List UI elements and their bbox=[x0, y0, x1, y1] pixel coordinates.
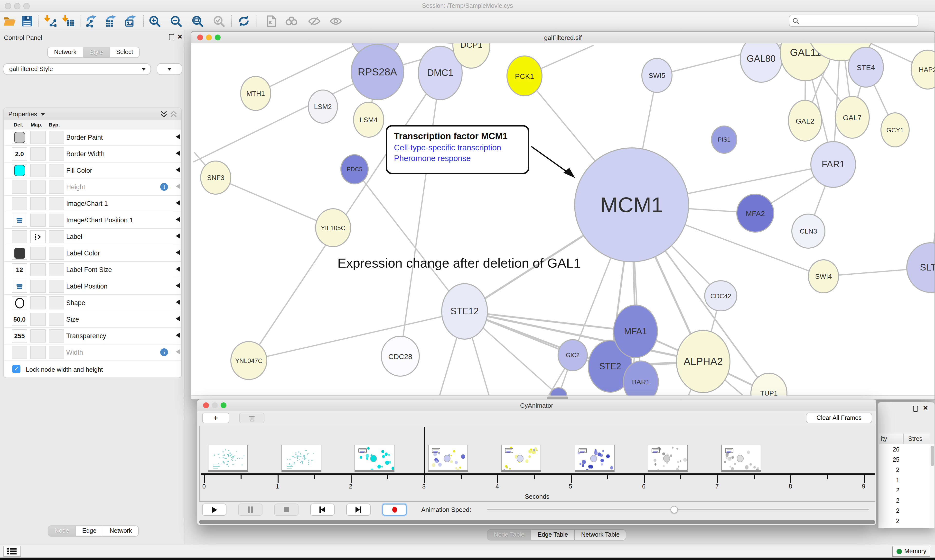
zoom-in-icon[interactable] bbox=[148, 15, 161, 28]
map-cell[interactable] bbox=[30, 280, 46, 293]
delete-frame-button[interactable] bbox=[239, 412, 264, 423]
expand-left-icon[interactable] bbox=[176, 234, 180, 238]
table-cell[interactable]: 26 bbox=[880, 446, 900, 453]
table-cell[interactable]: 1 bbox=[880, 477, 900, 484]
collapse-all-icon[interactable] bbox=[170, 111, 177, 118]
table-cell[interactable]: 2 bbox=[880, 497, 900, 504]
map-cell[interactable] bbox=[30, 230, 46, 243]
expand-left-icon[interactable] bbox=[176, 300, 180, 305]
property-row-transparency[interactable]: 255Transparency bbox=[5, 328, 181, 345]
refresh-icon[interactable] bbox=[237, 15, 250, 28]
expand-left-icon[interactable] bbox=[176, 349, 180, 354]
property-row-fill-color[interactable]: Fill Color bbox=[5, 163, 181, 179]
expand-left-icon[interactable] bbox=[176, 267, 180, 271]
info-icon[interactable]: i bbox=[160, 183, 168, 191]
slider-knob[interactable] bbox=[671, 506, 678, 513]
float-panel-icon[interactable] bbox=[913, 406, 918, 412]
expand-all-icon[interactable] bbox=[160, 111, 168, 118]
table-tab-edge-table[interactable]: Edge Table bbox=[531, 529, 575, 540]
def-cell[interactable] bbox=[12, 214, 27, 227]
expand-left-icon[interactable] bbox=[176, 200, 180, 205]
record-button[interactable] bbox=[382, 503, 407, 516]
stop-button[interactable] bbox=[274, 503, 299, 516]
byp-cell[interactable] bbox=[49, 296, 64, 309]
table-cell[interactable]: 25 bbox=[880, 456, 900, 463]
panel-tab-node[interactable]: Node bbox=[48, 525, 76, 537]
property-row-image-chart-1[interactable]: Image/Chart 1 bbox=[5, 195, 181, 212]
expand-left-icon[interactable] bbox=[176, 333, 180, 338]
property-row-border-paint[interactable]: Border Paint bbox=[5, 129, 181, 146]
search-field[interactable] bbox=[789, 15, 918, 27]
show-all-icon[interactable] bbox=[329, 15, 343, 28]
byp-cell[interactable] bbox=[49, 329, 64, 343]
def-cell[interactable] bbox=[12, 296, 27, 309]
property-row-border-width[interactable]: 2.0Border Width bbox=[5, 146, 181, 163]
table-cell[interactable]: 2 bbox=[880, 508, 900, 514]
zoom-selected-icon[interactable] bbox=[212, 15, 225, 28]
frame-thumbnail-2[interactable] bbox=[355, 445, 395, 472]
export-table-icon[interactable] bbox=[104, 15, 117, 28]
def-cell[interactable] bbox=[12, 131, 27, 144]
export-image-icon[interactable] bbox=[124, 15, 137, 28]
zoom-out-icon[interactable] bbox=[170, 15, 183, 28]
map-cell[interactable] bbox=[30, 296, 46, 309]
map-cell[interactable] bbox=[30, 197, 46, 210]
byp-cell[interactable] bbox=[49, 214, 64, 227]
open-folder-icon[interactable] bbox=[3, 15, 16, 28]
animation-speed-slider[interactable] bbox=[487, 509, 869, 510]
task-history-button[interactable] bbox=[3, 546, 21, 557]
search-input[interactable] bbox=[802, 15, 915, 26]
import-network-icon[interactable] bbox=[43, 15, 57, 28]
tab-network[interactable]: Network bbox=[47, 47, 83, 58]
property-row-label-font-size[interactable]: 12Label Font Size bbox=[5, 262, 181, 278]
def-cell[interactable] bbox=[12, 197, 27, 210]
lock-checkbox[interactable]: ✓ bbox=[12, 365, 20, 373]
map-cell[interactable] bbox=[30, 131, 46, 144]
property-row-label-color[interactable]: Label Color bbox=[5, 245, 181, 262]
byp-cell[interactable] bbox=[49, 346, 64, 359]
map-cell[interactable] bbox=[30, 164, 46, 177]
table-vscrollbar[interactable] bbox=[930, 444, 935, 528]
snapshot-icon[interactable] bbox=[265, 15, 278, 28]
panel-tab-network[interactable]: Network bbox=[103, 525, 139, 537]
expand-left-icon[interactable] bbox=[176, 250, 180, 255]
def-cell[interactable] bbox=[12, 180, 27, 194]
cyanimator-hscrollbar[interactable] bbox=[199, 520, 875, 524]
close-panel-icon[interactable]: ✕ bbox=[177, 33, 183, 40]
property-row-shape[interactable]: Shape bbox=[5, 295, 181, 311]
cyanimator-timeline[interactable]: Seconds 0123456789 bbox=[199, 426, 875, 502]
frame-thumbnail-6[interactable] bbox=[648, 445, 688, 472]
skip-end-button[interactable] bbox=[346, 503, 370, 516]
table-column-headers[interactable]: ity Stres bbox=[879, 434, 930, 444]
map-cell[interactable] bbox=[30, 346, 46, 359]
first-neighbors-icon[interactable] bbox=[285, 15, 298, 28]
pause-button[interactable] bbox=[238, 503, 262, 516]
table-cell[interactable]: 2 bbox=[880, 518, 900, 525]
float-panel-icon[interactable] bbox=[169, 34, 174, 40]
def-cell[interactable]: 255 bbox=[12, 329, 27, 343]
expand-left-icon[interactable] bbox=[176, 283, 180, 288]
memory-button[interactable]: Memory bbox=[892, 546, 930, 557]
map-cell[interactable] bbox=[30, 247, 46, 260]
property-row-label-position[interactable]: Label Position bbox=[5, 278, 181, 295]
table-cell[interactable]: 2 bbox=[880, 487, 900, 494]
map-cell[interactable] bbox=[30, 313, 46, 326]
panel-tab-edge[interactable]: Edge bbox=[76, 525, 103, 537]
clear-all-frames-button[interactable]: Clear All Frames bbox=[806, 412, 872, 423]
frame-thumbnail-5[interactable] bbox=[574, 445, 614, 472]
play-button[interactable] bbox=[202, 503, 227, 516]
table-tab-node-table[interactable]: Node Table bbox=[487, 529, 531, 540]
export-network-icon[interactable] bbox=[85, 15, 98, 28]
map-cell[interactable] bbox=[30, 263, 46, 276]
byp-cell[interactable] bbox=[49, 197, 64, 210]
style-options-button[interactable] bbox=[157, 63, 182, 75]
byp-cell[interactable] bbox=[49, 280, 64, 293]
frame-thumbnail-1[interactable] bbox=[281, 445, 321, 472]
property-row-label[interactable]: Label bbox=[5, 229, 181, 245]
expand-left-icon[interactable] bbox=[176, 168, 180, 172]
expand-left-icon[interactable] bbox=[176, 217, 180, 222]
def-cell[interactable]: 50.0 bbox=[12, 313, 27, 326]
map-cell[interactable] bbox=[30, 180, 46, 194]
network-window-titlebar[interactable]: galFiltered.sif bbox=[191, 32, 935, 43]
property-row-height[interactable]: Heighti bbox=[5, 179, 181, 195]
